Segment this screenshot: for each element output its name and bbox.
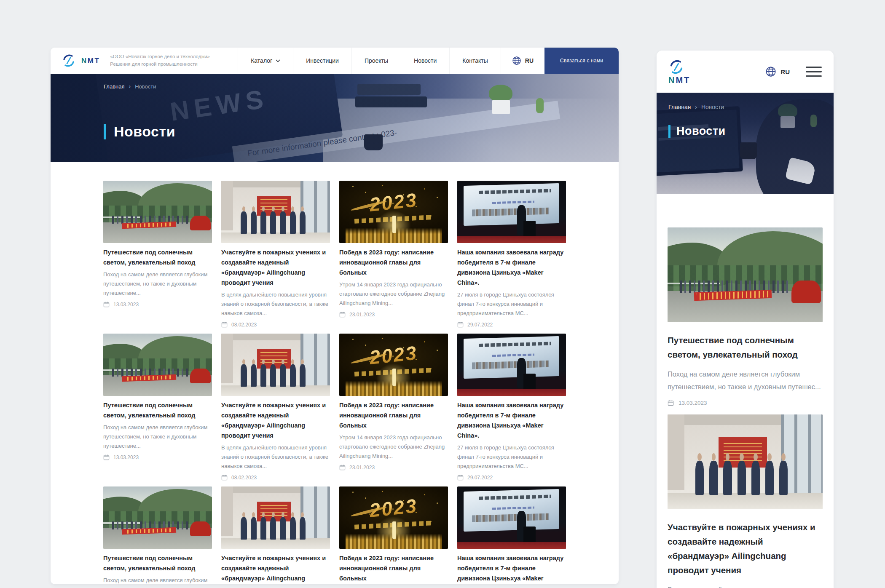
breadcrumb-separator: › <box>695 104 697 110</box>
photo-fire-drill <box>221 486 330 549</box>
photo-screen-subtitle <box>493 353 535 357</box>
photo-banner-text <box>124 528 174 534</box>
card-date-text: 29.07.2022 <box>467 475 493 481</box>
card-title: Путешествие под солнечным светом, увлека… <box>103 247 212 267</box>
breadcrumb-home[interactable]: Главная <box>668 104 691 110</box>
photo-sparkles <box>352 186 354 187</box>
photo-person <box>270 364 276 387</box>
nav-item-news[interactable]: Новости <box>401 48 449 74</box>
card-excerpt: Поход на самом деле является глубоким пу… <box>103 576 212 584</box>
photo-screen-subtitle <box>493 200 535 204</box>
photo-projector-screen <box>464 336 559 379</box>
photo-sparkles <box>352 492 354 493</box>
news-card[interactable]: Наша компания завоевала награду победите… <box>457 181 566 328</box>
logo-icon <box>668 59 690 75</box>
photo-gold-2023: 2023 <box>339 181 448 243</box>
breadcrumb-current: Новости <box>135 83 156 90</box>
calendar-icon <box>457 474 464 481</box>
card-date-text: 13.03.2023 <box>113 302 139 307</box>
photo-floor <box>668 493 823 509</box>
card-title: Наша компания завоевала награду победите… <box>457 400 566 441</box>
photo-wall <box>221 486 233 536</box>
card-date: 23.01.2023 <box>339 464 448 470</box>
card-photo <box>457 486 566 549</box>
photo-person <box>723 461 732 495</box>
card-date-text: 23.01.2023 <box>349 465 375 470</box>
tagline-line2: Решения для горной промышленности <box>110 61 210 68</box>
photo-screen-collage <box>472 360 549 369</box>
nav-item-projects[interactable]: Проекты <box>351 48 401 74</box>
breadcrumb-home[interactable]: Главная <box>104 83 124 90</box>
card-photo <box>668 227 823 322</box>
contact-button[interactable]: Связаться с нами <box>544 48 619 74</box>
card-excerpt: В целях дальнейшего повышения уровня зна… <box>221 443 330 471</box>
card-date: 13.03.2023 <box>668 400 823 406</box>
calendar-icon <box>339 464 346 470</box>
photo-red-car <box>791 281 821 303</box>
mobile-brand-logo[interactable]: NMT <box>668 59 690 84</box>
nav-label: Проекты <box>365 57 388 64</box>
photo-hiking-group <box>103 181 212 243</box>
photo-person <box>765 461 774 495</box>
photo-award-stage <box>457 334 566 396</box>
card-date: 29.07.2022 <box>457 474 566 481</box>
hero-accent-bar <box>668 125 670 138</box>
photo-person <box>709 461 718 495</box>
nav-item-contacts[interactable]: Контакты <box>449 48 500 74</box>
language-switcher[interactable]: RU <box>501 48 544 74</box>
photo-wall <box>221 334 233 383</box>
photo-person <box>241 211 247 234</box>
nav-label: Каталог <box>251 57 272 64</box>
hero-accent-bar <box>104 124 106 139</box>
language-switcher[interactable]: RU <box>765 66 790 77</box>
calendar-icon <box>668 400 674 406</box>
menu-button[interactable] <box>806 65 822 79</box>
photo-screen-title <box>479 495 551 500</box>
calendar-icon <box>103 454 110 460</box>
news-card[interactable]: Участвуйте в пожарных учениях и создавай… <box>221 181 330 328</box>
news-card[interactable]: Участвуйте в пожарных учениях и создавай… <box>668 414 823 588</box>
news-card[interactable]: Путешествие под солнечным светом, увлека… <box>103 181 212 328</box>
news-card[interactable]: 2023 Победа в 2023 году: написание иннов… <box>339 486 448 584</box>
card-date: 08.02.2023 <box>221 321 330 328</box>
card-title: Путешествие под солнечным светом, увлека… <box>103 553 212 573</box>
hero-banner: NEWS For more information please contact… <box>51 74 619 162</box>
breadcrumb: Главная › Новости <box>668 104 724 110</box>
card-title: Участвуйте в пожарных учениях и создавай… <box>221 400 330 441</box>
card-excerpt: 27 июля в городе Цзиньхуа состоялся фина… <box>457 290 566 318</box>
card-photo: 2023 <box>339 334 448 396</box>
nav-item-investments[interactable]: Инвестиции <box>293 48 351 74</box>
photo-person <box>251 364 257 387</box>
nav-label: Инвестиции <box>306 57 339 64</box>
card-title: Наша компания завоевала награду победите… <box>457 247 566 288</box>
photo-person <box>260 517 266 540</box>
photo-gold-2023: 2023 <box>339 334 448 396</box>
news-card[interactable]: Путешествие под солнечным светом, увлека… <box>103 486 212 584</box>
card-photo <box>221 486 330 549</box>
page-title: Новости <box>114 123 175 140</box>
card-title: Путешествие под солнечным светом, увлека… <box>668 333 823 362</box>
news-card[interactable]: 2023 Победа в 2023 году: написание иннов… <box>339 181 448 328</box>
photo-screen-collage <box>472 207 549 216</box>
photo-gold-tower <box>392 369 396 386</box>
mobile-news-list: Путешествие под солнечным светом, увлека… <box>657 194 834 588</box>
news-card[interactable]: Наша компания завоевала награду победите… <box>457 334 566 481</box>
card-title: Победа в 2023 году: написание инновацион… <box>339 553 448 583</box>
news-card[interactable]: Наша компания завоевала награду победите… <box>457 486 566 584</box>
brand-logo[interactable]: NMT <box>51 48 110 74</box>
nav-item-catalog[interactable]: Каталог <box>238 48 293 74</box>
news-card[interactable]: Участвуйте в пожарных учениях и создавай… <box>221 334 330 481</box>
news-card[interactable]: 2023 Победа в 2023 году: написание иннов… <box>339 334 448 481</box>
photo-red-floor <box>457 542 566 549</box>
news-card[interactable]: Участвуйте в пожарных учениях и создавай… <box>221 486 330 584</box>
photo-hiking-group <box>668 227 823 322</box>
card-photo <box>457 181 566 243</box>
news-card[interactable]: Путешествие под солнечным светом, увлека… <box>103 334 212 481</box>
card-photo <box>103 334 212 396</box>
news-card[interactable]: Путешествие под солнечным светом, увлека… <box>668 227 823 406</box>
photo-floor <box>221 385 330 396</box>
photo-wall <box>668 414 684 490</box>
photo-person <box>695 461 704 495</box>
nav-label: Контакты <box>462 57 488 64</box>
photo-person <box>251 517 257 540</box>
